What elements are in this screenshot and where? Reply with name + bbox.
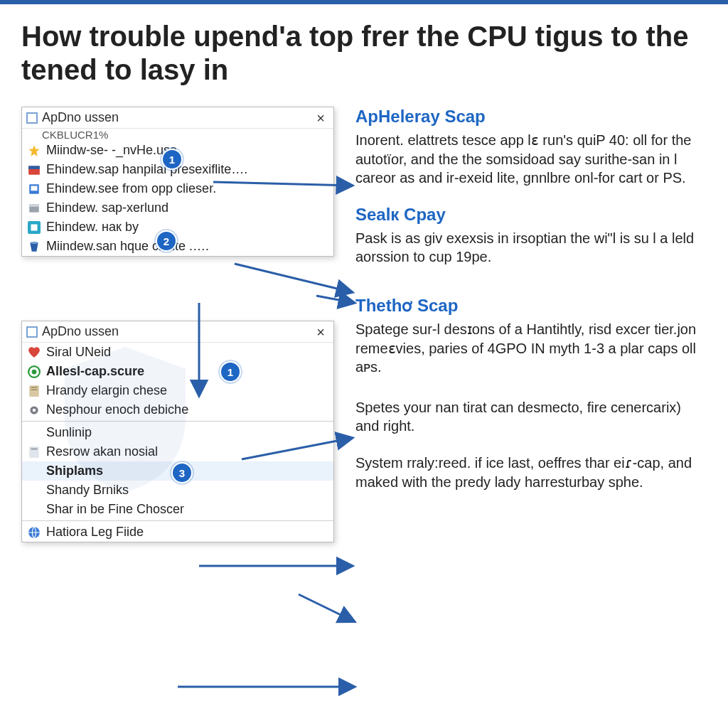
window-1-title: ApDno ussen (42, 110, 119, 125)
svg-point-11 (30, 242, 38, 244)
gear-icon (28, 404, 41, 417)
menu-item[interactable]: Ehindew. нак by (22, 218, 333, 237)
close-icon[interactable]: × (312, 111, 329, 125)
section-body: System rraly:reed. if ice last, oeffres … (355, 454, 707, 491)
window-1: ApDno ussen × CKBLUCR1% Miindw-se- -_nvH… (21, 107, 334, 257)
svg-rect-4 (28, 166, 40, 169)
section-1: ApHeleray Scap Inorent. elattrets tesce … (355, 107, 707, 187)
menu-item[interactable]: Ehindew.see from opp clieser. (22, 179, 333, 198)
svg-rect-10 (31, 224, 38, 230)
svg-rect-17 (31, 387, 38, 387)
drive-icon (28, 183, 41, 196)
globe-icon (28, 526, 41, 539)
section-title: Thethơ Scap (355, 296, 707, 316)
section-body: Inorent. elattrets tesce app lɛ run's qu… (355, 131, 707, 187)
window-2-title: ApDno ussen (42, 324, 119, 339)
menu-item[interactable]: Hatiora Leg Fiide (22, 523, 333, 542)
target-icon (28, 365, 41, 378)
svg-rect-8 (29, 204, 39, 206)
svg-rect-22 (31, 448, 38, 449)
sheet-icon (28, 446, 41, 459)
shield-icon (65, 347, 186, 492)
section-3: Thethơ Scap Spatege sur-l desɪons of a H… (355, 296, 707, 376)
section-title: Sealк Cpay (355, 205, 707, 225)
section-4: Spetes your nan tirat can desmecto, fire… (355, 398, 707, 436)
svg-marker-2 (28, 145, 40, 156)
menu-item[interactable]: Ehindew. sap-xerlund (22, 198, 333, 218)
window-2-titlebar: ApDno ussen × (22, 321, 333, 343)
menu-item[interactable]: Shar in be Fine Choscer (22, 500, 333, 519)
svg-point-15 (32, 370, 37, 375)
section-body: Spatege sur-l desɪons of a Hantihtly, ri… (355, 320, 707, 376)
package-icon (28, 164, 41, 176)
window-2: ApDno ussen × Siral UNeid Allesl-cap.scu… (21, 321, 334, 542)
section-2: Sealк Cpay Pask is as giv exexsis in irs… (355, 205, 707, 267)
menu-item[interactable]: Miindew.san hque clcute .…. (22, 237, 333, 256)
star-icon (28, 144, 41, 157)
heart-icon (28, 346, 41, 359)
page-title: How trouble upend'a top frer the CPU tig… (21, 20, 707, 87)
svg-point-20 (33, 409, 36, 412)
section-body: Pask is as giv exexsis in irsoptian the … (355, 229, 707, 267)
note-icon (28, 385, 41, 397)
app-icon (26, 326, 38, 338)
window-1-subtitle: CKBLUCR1% (22, 129, 333, 141)
app-icon (28, 221, 41, 234)
svg-rect-13 (28, 328, 36, 336)
section-body: Spetes your nan tirat can desmecto, fire… (355, 398, 707, 436)
app-icon (26, 112, 38, 124)
window-1-titlebar: ApDno ussen × (22, 107, 333, 129)
close-icon[interactable]: × (312, 325, 329, 339)
svg-rect-1 (28, 114, 36, 122)
section-title: ApHeleray Scap (355, 107, 707, 127)
section-5: System rraly:reed. if ice last, oeffres … (355, 454, 707, 491)
bucket-icon (28, 240, 41, 253)
svg-rect-6 (31, 186, 38, 191)
box-icon (28, 202, 41, 215)
svg-rect-18 (31, 390, 38, 390)
